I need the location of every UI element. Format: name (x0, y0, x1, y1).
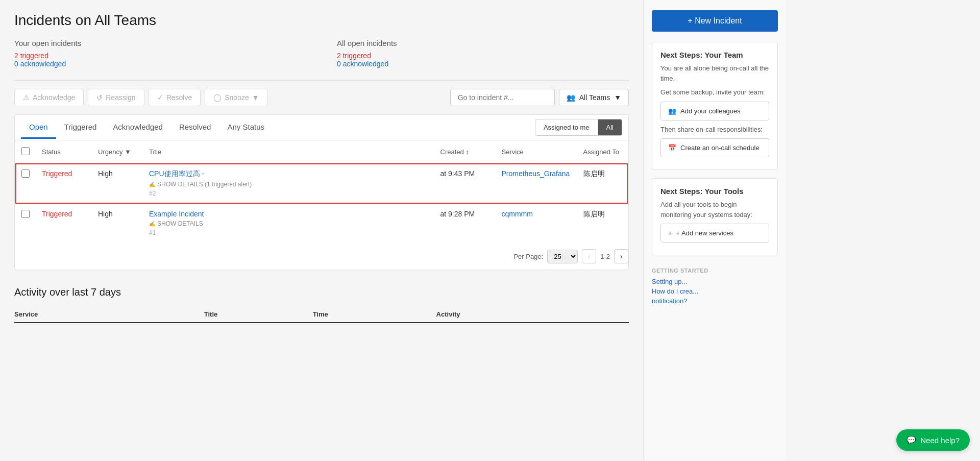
incident-title-cell: CPU使用率过高 - ✍ SHOW DETAILS (1 triggered a… (143, 163, 434, 204)
incident-title-link[interactable]: CPU使用率过高 - (149, 169, 204, 178)
incident-created: at 9:43 PM (434, 163, 496, 204)
go-to-incident-input[interactable] (450, 89, 555, 106)
activity-title-header: Title (204, 306, 313, 323)
tab-triggered[interactable]: Triggered (56, 116, 105, 139)
acknowledge-label: Acknowledge (33, 93, 75, 102)
your-open-incidents-heading: Your open incidents (14, 39, 306, 47)
service-column-header: Service (496, 141, 577, 163)
need-help-button[interactable]: 💬 Need help? (896, 429, 970, 451)
next-steps-team-text2: Get some backup, invite your team: (660, 87, 769, 98)
incidents-table: Status Urgency ▼ Title Created ↕ Service… (15, 140, 628, 243)
incident-urgency: High (92, 204, 143, 243)
urgency-filter-icon[interactable]: ▼ (125, 148, 131, 156)
all-filter-button[interactable]: All (598, 119, 622, 136)
all-open-incidents: All open incidents 2 triggered 0 acknowl… (306, 39, 629, 68)
add-colleagues-label: Add your colleagues (680, 107, 741, 115)
all-open-incidents-heading: All open incidents (337, 39, 629, 47)
activity-service-header: Service (14, 306, 204, 323)
add-services-button[interactable]: + + Add new services (660, 224, 769, 242)
incident-status: Triggered (42, 169, 72, 178)
page-title: Incidents on All Teams (14, 12, 156, 29)
prev-page-button[interactable]: ‹ (582, 249, 596, 263)
row-checkbox-0[interactable] (21, 169, 30, 178)
service-link[interactable]: cqmmmm (502, 210, 533, 218)
incident-assigned-to: 陈启明 (577, 204, 628, 243)
expand-icon: ✍ (149, 182, 155, 187)
getting-started-label: GETTING STARTED (652, 268, 778, 274)
clock-icon: ◯ (213, 93, 222, 102)
chat-icon: 💬 (906, 435, 916, 445)
create-schedule-button[interactable]: 📅 Create an on-call schedule (660, 138, 769, 157)
incident-service: cqmmmm (496, 204, 577, 243)
add-services-label: + Add new services (676, 229, 733, 237)
select-all-checkbox[interactable] (21, 147, 30, 155)
all-triggered-count[interactable]: 2 triggered (337, 52, 371, 60)
add-colleagues-button[interactable]: 👥 Add your colleagues (660, 102, 769, 120)
assigned-to-me-button[interactable]: Assigned to me (535, 119, 598, 136)
pagination: Per Page: 25 50 100 ‹ 1-2 › (15, 243, 628, 270)
activity-title: Activity over last 7 days (14, 286, 629, 298)
checkmark-icon: ✓ (157, 93, 163, 102)
tab-resolved[interactable]: Resolved (171, 116, 219, 139)
incident-service: Prometheus_Grafana (496, 163, 577, 204)
acknowledge-button[interactable]: ⚠ Acknowledge (14, 89, 84, 106)
tab-open[interactable]: Open (21, 116, 56, 139)
per-page-select[interactable]: 25 50 100 (547, 250, 578, 263)
sort-icon[interactable]: ↕ (465, 148, 469, 156)
reassign-button[interactable]: ↺ Reassign (88, 89, 144, 106)
row-checkbox-1[interactable] (21, 210, 30, 218)
title-column-header: Title (143, 141, 434, 163)
dropdown-arrow-icon: ▼ (252, 93, 259, 102)
exclamation-icon: ⚠ (23, 93, 30, 102)
getting-started-link-1[interactable]: Setting up... (652, 278, 778, 285)
your-triggered-count[interactable]: 2 triggered (14, 52, 48, 60)
created-column-header: Created ↕ (434, 141, 496, 163)
your-open-incidents: Your open incidents 2 triggered 0 acknow… (14, 39, 306, 68)
teams-icon: 👥 (567, 93, 575, 102)
incident-status: Triggered (42, 210, 72, 218)
getting-started-link-2[interactable]: How do I crea... (652, 287, 778, 295)
getting-started-link-3[interactable]: notification? (652, 297, 778, 305)
next-page-button[interactable]: › (614, 249, 628, 263)
incident-number: #2 (149, 190, 428, 197)
activity-time-header: Time (313, 306, 436, 323)
dropdown-chevron-icon: ▼ (614, 93, 621, 102)
status-tabs: Open Triggered Acknowledged Resolved Any… (15, 115, 628, 140)
need-help-label: Need help? (920, 436, 960, 445)
next-steps-tools-card: Next Steps: Your Tools Add all your tool… (652, 178, 778, 255)
next-steps-tools-title: Next Steps: Your Tools (660, 187, 769, 196)
new-incident-button[interactable]: + New Incident (652, 10, 778, 32)
assigned-to-column-header: Assigned To (577, 141, 628, 163)
plus-icon: + (668, 229, 672, 237)
tab-acknowledged[interactable]: Acknowledged (105, 116, 171, 139)
resolve-label: Resolve (166, 93, 192, 102)
activity-activity-header: Activity (436, 306, 629, 323)
snooze-button[interactable]: ◯ Snooze ▼ (205, 89, 267, 106)
assigned-name: 陈启明 (583, 210, 605, 218)
incident-created: at 9:28 PM (434, 204, 496, 243)
table-row: Triggered High Example Incident ✍ SHOW D… (15, 204, 628, 243)
show-details[interactable]: ✍ SHOW DETAILS (1 triggered alert) (149, 181, 428, 188)
incident-title-link[interactable]: Example Incident (149, 210, 204, 218)
resolve-button[interactable]: ✓ Resolve (149, 89, 201, 106)
all-teams-dropdown[interactable]: 👥 All Teams ▼ (559, 89, 629, 106)
incident-title-cell: Example Incident ✍ SHOW DETAILS #1 (143, 204, 434, 243)
all-teams-label: All Teams (579, 93, 610, 102)
show-details[interactable]: ✍ SHOW DETAILS (149, 220, 428, 227)
table-row: Triggered High CPU使用率过高 - ✍ SHOW DETAILS… (15, 163, 628, 204)
calendar-icon: 📅 (668, 144, 676, 152)
activity-section: Activity over last 7 days Service Title … (14, 286, 629, 323)
page-info: 1-2 (600, 253, 610, 260)
next-steps-team-text3: Then share on-call responsibilities: (660, 125, 769, 135)
per-page-label: Per Page: (513, 253, 543, 260)
all-acknowledged-count[interactable]: 0 acknowledged (337, 60, 388, 68)
right-sidebar: + New Incident Next Steps: Your Team You… (643, 0, 786, 461)
your-acknowledged-count[interactable]: 0 acknowledged (14, 60, 66, 68)
activity-table: Service Title Time Activity (14, 306, 629, 323)
colleagues-icon: 👥 (668, 107, 676, 115)
getting-started-section: GETTING STARTED Setting up... How do I c… (652, 268, 778, 307)
service-link[interactable]: Prometheus_Grafana (502, 169, 570, 178)
incident-assigned-to: 陈启明 (577, 163, 628, 204)
next-steps-team-title: Next Steps: Your Team (660, 51, 769, 59)
tab-any-status[interactable]: Any Status (219, 116, 273, 139)
